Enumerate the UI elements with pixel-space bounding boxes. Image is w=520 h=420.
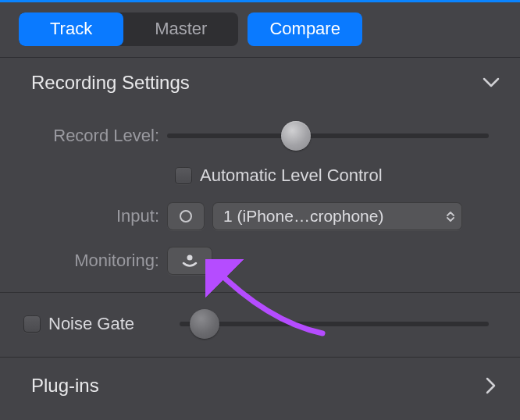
record-level-slider[interactable] [167, 120, 489, 151]
slider-track [167, 133, 489, 138]
input-row: Input: 1 (iPhone…crophone) [31, 202, 489, 230]
noise-gate-checkbox[interactable] [23, 315, 41, 333]
plugins-title: Plug-ins [31, 375, 99, 397]
recording-settings-title: Recording Settings [31, 72, 190, 94]
noise-gate-label: Noise Gate [48, 314, 134, 334]
slider-thumb[interactable] [281, 121, 311, 151]
monitoring-toggle[interactable] [167, 247, 212, 275]
plugins-header[interactable]: Plug-ins [0, 357, 520, 414]
input-select[interactable]: 1 (iPhone…crophone) [212, 202, 462, 230]
svg-point-0 [187, 255, 193, 261]
auto-level-checkbox[interactable] [175, 167, 192, 184]
tab-master[interactable]: Master [123, 12, 238, 46]
monitoring-row: Monitoring: [31, 247, 489, 275]
compare-button[interactable]: Compare [248, 12, 362, 46]
slider-track [180, 322, 489, 326]
record-level-row: Record Level: [31, 120, 489, 151]
recording-settings-body: Record Level: Automatic Level Control In… [0, 105, 520, 292]
stepper-icon [447, 212, 454, 222]
tab-track[interactable]: Track [19, 12, 123, 46]
auto-level-row: Automatic Level Control [31, 166, 489, 186]
circle-icon [180, 210, 192, 222]
auto-level-label: Automatic Level Control [200, 166, 383, 186]
noise-gate-slider[interactable] [180, 308, 489, 340]
recording-settings-header[interactable]: Recording Settings [0, 58, 520, 105]
slider-thumb[interactable] [190, 309, 219, 339]
input-mono-button[interactable] [167, 202, 205, 230]
monitoring-icon [180, 253, 199, 269]
toolbar: Track Master Compare [0, 2, 520, 57]
monitoring-label: Monitoring: [31, 251, 167, 271]
input-select-value: 1 (iPhone…crophone) [223, 207, 383, 226]
recording-settings-section: Recording Settings Record Level: Automat… [0, 57, 520, 292]
record-level-label: Record Level: [31, 126, 167, 146]
noise-gate-left: Noise Gate [23, 314, 180, 334]
track-master-segment: Track Master [19, 12, 238, 46]
noise-gate-section: Noise Gate [0, 292, 520, 357]
chevron-down-icon [483, 74, 500, 91]
input-label: Input: [31, 206, 167, 226]
chevron-right-icon [483, 377, 500, 394]
